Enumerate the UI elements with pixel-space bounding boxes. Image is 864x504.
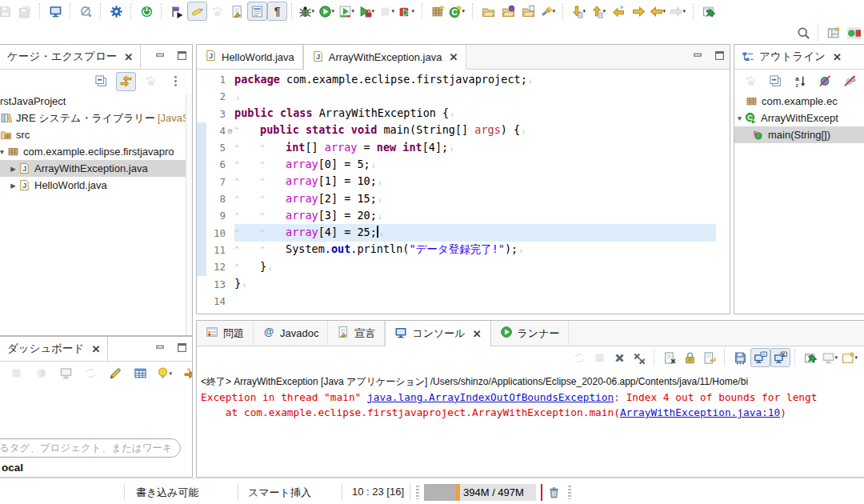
sync-icon[interactable] — [81, 364, 101, 383]
clear-console-icon[interactable] — [660, 348, 680, 367]
view-menu-icon[interactable] — [166, 72, 186, 91]
java-perspective-icon[interactable] — [844, 23, 864, 42]
link-with-editor-icon[interactable] — [116, 72, 136, 91]
collapse-all-icon[interactable] — [766, 72, 786, 91]
line-number[interactable]: 5 — [206, 139, 226, 156]
close-icon[interactable]: ✕ — [833, 51, 842, 63]
code-text[interactable]: ^public static void main(String[] args) … — [234, 122, 716, 139]
code-line[interactable]: 8^^array[2] = 15;↓ — [197, 190, 730, 207]
chevron-right-icon[interactable]: ▶ — [8, 182, 18, 190]
code-text[interactable]: ^^array[1] = 10;↓ — [234, 173, 716, 190]
resume-icon[interactable] — [570, 348, 590, 367]
save-console-icon[interactable] — [730, 348, 750, 367]
run-icon[interactable]: ▾ — [318, 2, 338, 21]
tab-outline[interactable]: アウトライン ✕ — [734, 45, 849, 69]
code-text[interactable]: ^^int[] array = new int[4];↓ — [234, 139, 716, 157]
console-view-tab[interactable]: 問題 — [197, 321, 254, 346]
close-icon[interactable]: ✕ — [473, 328, 482, 340]
refresh-icon[interactable] — [31, 364, 51, 383]
code-text[interactable]: ^}↓ — [234, 258, 716, 276]
line-number[interactable]: 9 — [206, 207, 226, 224]
stop-icon[interactable] — [6, 364, 26, 383]
code-text[interactable]: package com.example.eclipse.firstjavapro… — [234, 71, 716, 89]
code-line[interactable]: 2↓ — [197, 88, 730, 105]
minimize-icon[interactable] — [154, 342, 166, 357]
coverage-icon[interactable]: ▾ — [338, 2, 358, 21]
remove-all-launches-icon[interactable] — [630, 348, 650, 367]
show-whitespace-icon[interactable]: ¶ — [267, 2, 287, 21]
profile-icon[interactable]: ▾ — [378, 2, 398, 21]
drag-handle[interactable] — [416, 486, 419, 499]
sort-icon[interactable]: az — [790, 72, 810, 91]
new-launch-config-icon[interactable] — [167, 2, 187, 21]
word-wrap-icon[interactable] — [700, 348, 720, 367]
external-tools-icon[interactable]: ▾ — [398, 2, 418, 21]
save-icon[interactable] — [0, 2, 15, 21]
remove-launch-icon[interactable] — [610, 348, 630, 367]
maximize-icon[interactable] — [714, 50, 726, 65]
editor-tab[interactable]: JArrayWithException.java✕ — [303, 45, 467, 70]
console-view-tab[interactable]: 宣言 — [328, 321, 385, 346]
tree-item[interactable]: Smain(String[]) — [734, 126, 864, 143]
code-text[interactable]: ^^array[3] = 20;↓ — [234, 207, 716, 225]
code-text[interactable]: ^^array[4] = 25;↓ — [234, 224, 716, 242]
show-stderr-icon[interactable] — [770, 348, 790, 367]
skip-breakpoints-icon[interactable] — [76, 2, 96, 21]
open-perspective-icon[interactable] — [824, 23, 844, 42]
scroll-lock-icon[interactable] — [680, 348, 700, 367]
table-view-icon[interactable] — [130, 364, 150, 383]
new-java-project-icon[interactable] — [428, 2, 448, 21]
display-console-icon[interactable]: ▾ — [821, 348, 841, 367]
tab-package-explorer[interactable]: ケージ・エクスプロー ✕ — [0, 45, 141, 69]
tree-item[interactable]: ▶JHelloWorld.java — [0, 177, 192, 194]
line-number[interactable]: 3 — [206, 106, 226, 122]
code-line[interactable]: 9^^array[3] = 20;↓ — [197, 207, 730, 224]
type-hierarchy-icon[interactable] — [247, 2, 267, 21]
console-output[interactable]: <終了> ArrayWithException [Java アプリケーション] … — [197, 370, 864, 477]
open-folder-icon[interactable] — [478, 2, 498, 21]
open-type-icon[interactable] — [227, 2, 247, 21]
focus-paw-icon[interactable] — [141, 72, 161, 91]
console-view-tab[interactable]: @Javadoc — [254, 321, 328, 346]
save-all-icon[interactable] — [15, 2, 35, 21]
code-editor[interactable]: 1package com.example.eclipse.firstjavapr… — [197, 70, 730, 310]
next-annotation-icon[interactable]: ▾ — [569, 2, 589, 21]
code-line[interactable]: 14 — [197, 293, 730, 310]
code-text[interactable]: ^^array[0] = 5;↓ — [234, 156, 716, 174]
line-number[interactable]: 1 — [206, 71, 226, 88]
tree-item[interactable]: JRE システム・ライブラリー [JavaSE- — [0, 110, 192, 126]
code-line[interactable]: 13}↓ — [197, 276, 730, 293]
prev-annotation-icon[interactable]: ▾ — [589, 2, 609, 21]
run-toolbox-icon[interactable]: ▾ — [358, 2, 378, 21]
code-line[interactable]: 4⊖^public static void main(String[] args… — [197, 122, 730, 139]
scrollbar[interactable] — [186, 94, 192, 335]
maximize-icon[interactable] — [176, 342, 188, 357]
console-line[interactable]: <終了> ArrayWithException [Java アプリケーション] … — [201, 374, 864, 390]
chevron-down-icon[interactable]: ▼ — [0, 148, 7, 156]
code-text[interactable]: }↓ — [234, 275, 716, 293]
chevron-down-icon[interactable]: ▼ — [734, 114, 745, 122]
show-stdout-icon[interactable] — [750, 348, 770, 367]
code-line[interactable]: 6^^array[0] = 5;↓ — [197, 156, 730, 173]
code-line[interactable]: 11^^System.out.println("データ登録完了!");↓ — [197, 242, 730, 258]
focus-paw-icon[interactable] — [741, 72, 761, 91]
code-line[interactable]: 1package com.example.eclipse.firstjavapr… — [197, 71, 730, 88]
skip-arrows-icon[interactable] — [180, 364, 193, 383]
line-number[interactable]: 8 — [206, 190, 226, 207]
trash-icon[interactable] — [546, 484, 562, 501]
minimize-icon[interactable] — [154, 50, 166, 65]
chevron-right-icon[interactable]: ▶ — [8, 165, 18, 173]
debug-icon[interactable]: ▾ — [298, 2, 318, 21]
line-number[interactable]: 7 — [206, 174, 226, 190]
next-edit-location-icon[interactable] — [629, 2, 649, 21]
code-text[interactable]: ↓ — [234, 88, 716, 106]
line-number[interactable]: 6 — [206, 156, 226, 173]
tree-item[interactable]: ▶JArrayWithException.java — [0, 160, 192, 177]
minimize-icon[interactable] — [692, 50, 704, 65]
pin-editor-icon[interactable] — [699, 2, 719, 21]
tree-item[interactable]: com.example.ec — [734, 93, 864, 110]
code-text[interactable]: public class ArrayWithException {↓ — [234, 105, 716, 122]
line-number[interactable]: 10 — [206, 225, 226, 242]
forward-icon[interactable]: ▾ — [669, 2, 689, 21]
stack-trace-link[interactable]: ArrayWithException.java:10 — [620, 406, 780, 418]
